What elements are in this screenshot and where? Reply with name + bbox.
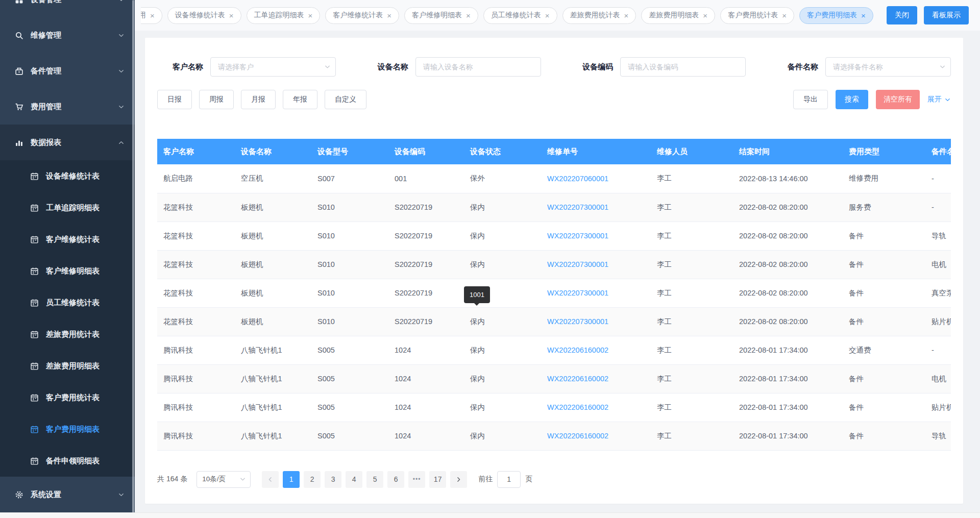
horizontal-scrollbar[interactable] (0, 512, 980, 518)
page-button-17[interactable]: 17 (429, 471, 446, 488)
sidebar: 设备管理维修管理备件管理费用管理数据报表设备维修统计表工单追踪明细表客户维修统计… (0, 0, 135, 518)
sidebar-item-7[interactable]: 工单追踪明细表 (0, 192, 135, 224)
sidebar-item-2[interactable]: 维修管理 (0, 17, 135, 53)
page-button-6[interactable]: 6 (387, 471, 404, 488)
work-order-link[interactable]: WX202206160002 (547, 432, 608, 440)
tab-5[interactable]: 客户维修明细表× (404, 7, 478, 24)
filter-select-field[interactable] (825, 57, 951, 77)
tab-close-icon[interactable]: × (150, 12, 155, 19)
tab-close-icon[interactable]: × (703, 12, 707, 19)
next-page-button[interactable] (450, 471, 467, 488)
sidebar-item-15[interactable]: 备件申领明细表 (0, 445, 135, 477)
tab-label: 客户费用明细表 (807, 11, 857, 20)
work-order-link[interactable]: WX202207300001 (547, 317, 608, 326)
expand-toggle[interactable]: 展开 (927, 95, 951, 104)
table-cell: - (925, 164, 951, 193)
table-cell: 板翅机 (235, 221, 311, 250)
sidebar-item-16[interactable]: 系统设置 (0, 477, 135, 512)
table-cell: 保内 (464, 336, 541, 364)
page-button-5[interactable]: 5 (366, 471, 383, 488)
filter-select-field[interactable] (210, 57, 336, 77)
sidebar-item-5[interactable]: 数据报表 (0, 125, 135, 160)
work-order-link[interactable]: WX202207300001 (547, 232, 608, 240)
tab-label: 客户维修统计表 (333, 11, 383, 20)
sidebar-item-6[interactable]: 设备维修统计表 (0, 160, 135, 192)
tab-9[interactable]: 客户费用统计表× (720, 7, 794, 24)
tabbar-actions: 关闭 看板展示 (887, 6, 969, 24)
close-button[interactable]: 关闭 (887, 6, 917, 24)
table-cell: S005 (311, 393, 388, 422)
tab-close-icon[interactable]: × (624, 12, 629, 19)
tab-8[interactable]: 差旅费用明细表× (641, 7, 715, 24)
table-cell: 板翅机 (235, 279, 311, 307)
goto-page-input[interactable] (497, 471, 521, 488)
work-order-link[interactable]: WX202207060001 (547, 175, 608, 183)
table-cell: 航启电路 (157, 164, 235, 193)
sidebar-item-12[interactable]: 差旅费用明细表 (0, 350, 135, 382)
prev-page-button[interactable] (262, 471, 279, 488)
page-button-2[interactable]: 2 (304, 471, 321, 488)
tab-10[interactable]: 客户费用明细表× (799, 7, 873, 24)
export-button[interactable]: 导出 (793, 90, 828, 109)
work-order-link[interactable]: WX202207300001 (547, 289, 608, 297)
report-button-4[interactable]: 年报 (283, 90, 317, 109)
tab-close-icon[interactable]: × (387, 12, 391, 19)
board-display-button[interactable]: 看板展示 (924, 6, 969, 24)
sidebar-item-1[interactable]: 设备管理 (0, 0, 135, 17)
work-order-link[interactable]: WX202206160002 (547, 375, 608, 383)
tab-close-icon[interactable]: × (782, 12, 787, 19)
tab-1[interactable]: 用× (141, 7, 162, 24)
tab-6[interactable]: 员工维修统计表× (483, 7, 557, 24)
tab-close-icon[interactable]: × (545, 12, 550, 19)
sidebar-item-11[interactable]: 差旅费用统计表 (0, 318, 135, 350)
table-row: 花篮科技板翅机S010S20220719保内WX202207300001李工20… (157, 279, 951, 307)
table-cell: 腾讯科技 (157, 393, 235, 422)
filter-input-field[interactable] (415, 57, 541, 77)
sidebar-item-14[interactable]: 客户费用明细表 (0, 413, 135, 445)
calendar-icon (30, 393, 39, 402)
sidebar-item-10[interactable]: 员工维修统计表 (0, 287, 135, 318)
calendar-icon (30, 204, 39, 212)
report-button-1[interactable]: 日报 (157, 90, 192, 109)
tab-4[interactable]: 客户维修统计表× (325, 7, 399, 24)
filter-label: 客户名称 (157, 62, 203, 72)
page-button-4[interactable]: 4 (346, 471, 362, 488)
work-order-link[interactable]: WX202207300001 (547, 260, 608, 268)
table-cell: 2022-08-01 17:34:00 (733, 364, 843, 393)
report-button-2[interactable]: 周报 (199, 90, 234, 109)
tab-7[interactable]: 差旅费用统计表× (562, 7, 636, 24)
tab-close-icon[interactable]: × (229, 12, 234, 19)
sidebar-item-9[interactable]: 客户维修明细表 (0, 255, 135, 287)
page-size-select[interactable]: 10条/页 (197, 471, 251, 488)
tab-3[interactable]: 工单追踪明细表× (247, 7, 321, 24)
work-order-link[interactable]: WX202206160002 (547, 346, 608, 354)
tab-2[interactable]: 设备维修统计表× (167, 7, 241, 24)
search-button[interactable]: 搜索 (836, 90, 868, 109)
report-button-3[interactable]: 月报 (241, 90, 276, 109)
sidebar-item-4[interactable]: 费用管理 (0, 89, 135, 125)
table-cell: 板翅机 (235, 307, 311, 336)
clear-all-button[interactable]: 清空所有 (876, 90, 920, 109)
sidebar-item-3[interactable]: 备件管理 (0, 53, 135, 89)
tab-close-icon[interactable]: × (861, 12, 866, 19)
filter-input-field[interactable] (620, 57, 746, 77)
sidebar-item-13[interactable]: 客户费用统计表 (0, 382, 135, 413)
table-cell: 1024 (388, 336, 464, 364)
work-order-link[interactable]: WX202206160002 (547, 403, 608, 411)
table-cell: 电机 (925, 250, 951, 279)
table-row: 花篮科技板翅机S010S20220719保内WX202207300001李工20… (157, 221, 951, 250)
tab-close-icon[interactable]: × (466, 12, 471, 19)
app-root: 设备管理维修管理备件管理费用管理数据报表设备维修统计表工单追踪明细表客户维修统计… (0, 0, 980, 518)
tab-close-icon[interactable]: × (308, 12, 313, 19)
calendar-icon (30, 425, 39, 434)
table-cell: 李工 (651, 422, 733, 450)
action-buttons: 导出 搜索 清空所有 展开 (793, 90, 951, 109)
page-button-3[interactable]: 3 (325, 471, 341, 488)
report-button-5[interactable]: 自定义 (325, 90, 366, 109)
work-order-link[interactable]: WX202207300001 (547, 203, 608, 211)
table-cell: 八轴飞针机1 (235, 422, 311, 450)
table-cell: WX202207300001 (541, 250, 651, 279)
sidebar-item-8[interactable]: 客户维修统计表 (0, 224, 135, 255)
page-button-1[interactable]: 1 (283, 471, 300, 488)
page-more-button[interactable]: ••• (408, 471, 425, 488)
